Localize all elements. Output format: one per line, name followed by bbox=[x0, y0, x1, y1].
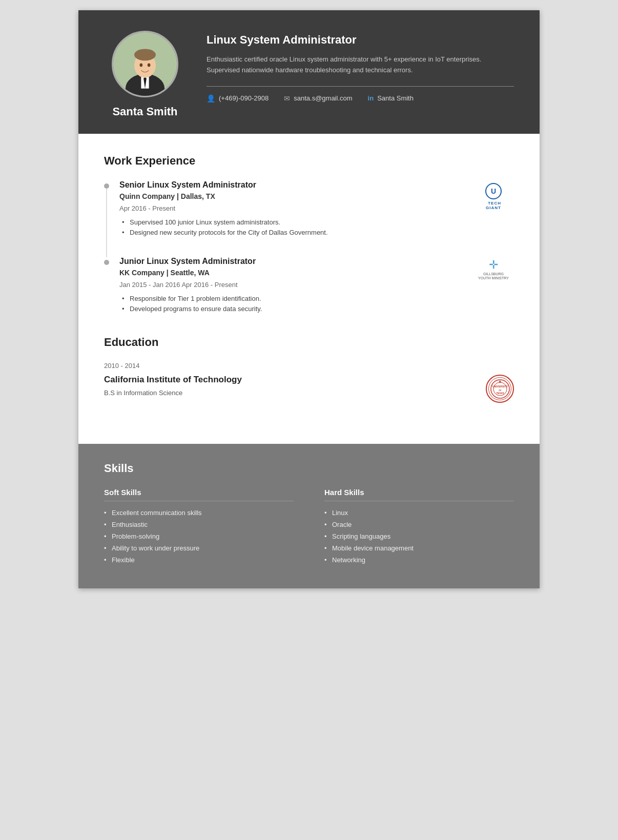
soft-skill-5: Flexible bbox=[104, 556, 294, 564]
email-address: santa.s@gmail.com bbox=[294, 94, 352, 102]
hard-skills-divider bbox=[324, 501, 514, 501]
contact-email: ✉ santa.s@gmail.com bbox=[284, 94, 352, 103]
email-icon: ✉ bbox=[284, 94, 290, 103]
education-section: Education 2010 - 2014 California Institu… bbox=[104, 336, 514, 403]
skills-columns: Soft Skills Excellent communication skil… bbox=[104, 488, 514, 568]
job-header-1: Senior Linux System Administrator Quinn … bbox=[119, 180, 514, 239]
tech-giant-icon: U bbox=[485, 183, 502, 199]
hard-skills-list: Linux Oracle Scripting languages Mobile … bbox=[324, 509, 514, 564]
job-item-1: Senior Linux System Administrator Quinn … bbox=[119, 180, 514, 239]
job-company-1: Quinn Company | Dallas, TX bbox=[119, 192, 473, 200]
work-experience-title: Work Experience bbox=[104, 154, 514, 168]
soft-skill-1: Excellent communication skills bbox=[104, 509, 294, 517]
hard-skills-col: Hard Skills Linux Oracle Scripting langu… bbox=[324, 488, 514, 568]
main-content: Work Experience Senior Linux System Admi… bbox=[78, 134, 540, 444]
job-item-2: Junior Linux System Administrator KK Com… bbox=[119, 257, 514, 315]
job-bullet-1-2: Designed new security protocols for the … bbox=[122, 229, 473, 236]
job-header-2: Junior Linux System Administrator KK Com… bbox=[119, 257, 514, 315]
company-logo-2: ✛ GILLSBURGYOUTH MINISTRY bbox=[473, 257, 514, 281]
timeline-dot-1 bbox=[104, 183, 109, 189]
gillsburg-cross: ✛ bbox=[489, 259, 498, 271]
header-name: Santa Smith bbox=[112, 105, 177, 118]
resume-container: Santa Smith Linux System Administrator E… bbox=[78, 10, 540, 588]
header-contacts: 👤 (+469)-090-2908 ✉ santa.s@gmail.com in… bbox=[207, 94, 514, 103]
gillsburg-logo: ✛ GILLSBURGYOUTH MINISTRY bbox=[478, 259, 509, 281]
skills-section: Skills Soft Skills Excellent communicati… bbox=[78, 444, 540, 588]
company-logo-1: U TECHGIANT bbox=[473, 180, 514, 210]
avatar bbox=[112, 31, 178, 97]
hard-skill-1: Linux bbox=[324, 509, 514, 517]
phone-number: (+469)-090-2908 bbox=[219, 94, 269, 102]
header-title: Linux System Administrator bbox=[207, 33, 514, 47]
edu-header: California Institute of Technology B.S i… bbox=[104, 375, 514, 403]
job-info-2: Junior Linux System Administrator KK Com… bbox=[119, 257, 473, 315]
hard-skill-3: Scripting languages bbox=[324, 532, 514, 540]
job-bullet-2-1: Responsible for Tier 1 problem identific… bbox=[122, 295, 473, 302]
edu-logo: UNIVERSITY OF TEXAS bbox=[486, 375, 514, 403]
header-right: Linux System Administrator Enthusiastic … bbox=[207, 31, 514, 103]
phone-icon: 👤 bbox=[207, 94, 215, 103]
svg-text:OF: OF bbox=[499, 389, 502, 392]
edu-seal-inner: UNIVERSITY OF TEXAS bbox=[488, 377, 511, 400]
skills-title: Skills bbox=[104, 462, 514, 475]
linkedin-name: Santa Smith bbox=[377, 94, 414, 102]
job-company-2: KK Company | Seattle, WA bbox=[119, 269, 473, 277]
job-dates-1: Apr 2016 - Present bbox=[119, 204, 473, 212]
job-bullets-2: Responsible for Tier 1 problem identific… bbox=[119, 295, 473, 313]
header-section: Santa Smith Linux System Administrator E… bbox=[78, 10, 540, 134]
soft-skill-2: Enthusiastic bbox=[104, 521, 294, 528]
work-experience-section: Work Experience Senior Linux System Admi… bbox=[104, 154, 514, 315]
header-left: Santa Smith bbox=[104, 31, 186, 118]
tech-giant-logo: U TECHGIANT bbox=[485, 183, 502, 210]
job-info-1: Senior Linux System Administrator Quinn … bbox=[119, 180, 473, 239]
soft-skills-title: Soft Skills bbox=[104, 488, 294, 497]
job-bullet-2-2: Developed programs to ensure data securi… bbox=[122, 305, 473, 313]
job-bullet-1-1: Supervised 100 junior Linux system admin… bbox=[122, 218, 473, 226]
soft-skills-divider bbox=[104, 501, 294, 501]
job-title-2: Junior Linux System Administrator bbox=[119, 257, 473, 266]
svg-point-5 bbox=[134, 49, 156, 60]
svg-text:TEXAS: TEXAS bbox=[496, 392, 504, 395]
svg-text:UNIVERSITY: UNIVERSITY bbox=[492, 385, 508, 388]
header-divider bbox=[207, 86, 514, 87]
edu-info: California Institute of Technology B.S i… bbox=[104, 375, 486, 397]
soft-skills-col: Soft Skills Excellent communication skil… bbox=[104, 488, 294, 568]
edu-dates: 2010 - 2014 bbox=[104, 362, 514, 370]
edu-seal: UNIVERSITY OF TEXAS bbox=[486, 375, 514, 403]
timeline: Senior Linux System Administrator Quinn … bbox=[104, 180, 514, 315]
education-title: Education bbox=[104, 336, 514, 349]
hard-skill-5: Networking bbox=[324, 556, 514, 564]
soft-skills-list: Excellent communication skills Enthusias… bbox=[104, 509, 294, 564]
job-dates-2: Jan 2015 - Jan 2016 Apr 2016 - Present bbox=[119, 281, 473, 289]
timeline-line-1 bbox=[106, 189, 107, 257]
job-bullets-1: Supervised 100 junior Linux system admin… bbox=[119, 218, 473, 236]
hard-skill-4: Mobile device management bbox=[324, 544, 514, 552]
edu-degree: B.S in Information Science bbox=[104, 389, 486, 397]
hard-skill-2: Oracle bbox=[324, 521, 514, 528]
header-summary: Enthusiastic certified oracle Linux syst… bbox=[207, 54, 514, 76]
tech-giant-text: TECHGIANT bbox=[486, 201, 501, 210]
hard-skills-title: Hard Skills bbox=[324, 488, 514, 497]
contact-linkedin: in Santa Smith bbox=[368, 94, 414, 102]
soft-skill-4: Ability to work under pressure bbox=[104, 544, 294, 552]
edu-school: California Institute of Technology bbox=[104, 375, 486, 385]
linkedin-icon: in bbox=[368, 94, 374, 102]
contact-phone: 👤 (+469)-090-2908 bbox=[207, 94, 269, 103]
gillsburg-text: GILLSBURGYOUTH MINISTRY bbox=[478, 272, 509, 281]
svg-point-6 bbox=[140, 64, 143, 67]
svg-point-7 bbox=[148, 64, 151, 67]
job-title-1: Senior Linux System Administrator bbox=[119, 180, 473, 190]
soft-skill-3: Problem-solving bbox=[104, 532, 294, 540]
timeline-dot-2 bbox=[104, 260, 109, 265]
